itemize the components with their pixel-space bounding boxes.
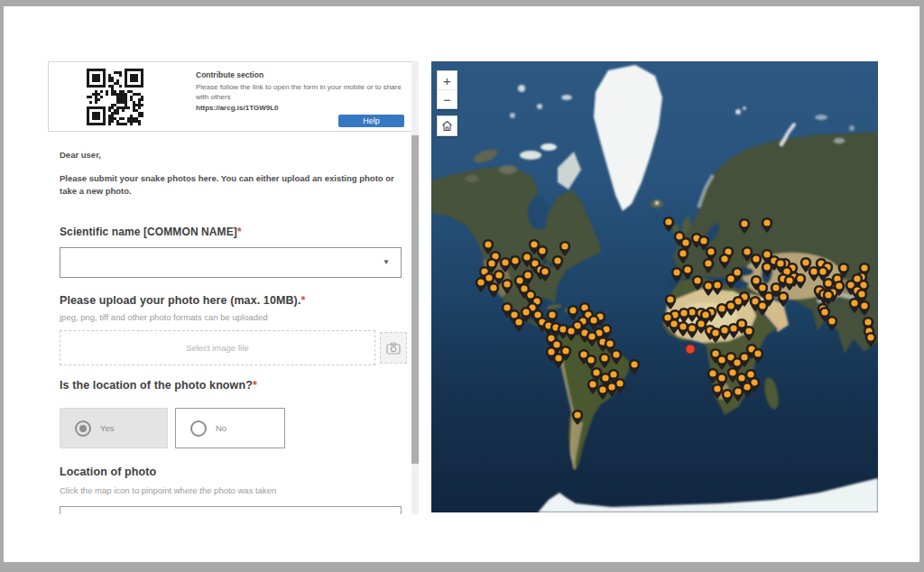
location-question-label: Location of photo [60, 466, 156, 478]
map-pin[interactable] [553, 353, 565, 368]
photo-hint: jpeg, png, tiff and other photo formats … [60, 312, 268, 322]
window-border-right [919, 0, 924, 572]
location-known-label-text: Is the location of the photo known? [60, 379, 253, 392]
map-pin[interactable] [540, 266, 551, 281]
map-pin[interactable] [610, 349, 622, 364]
map-pin[interactable] [778, 291, 790, 307]
contribute-link[interactable]: https://arcg.is/1TGW9L0 [196, 103, 411, 113]
contribute-card: Contribute section Please follow the lin… [48, 61, 411, 132]
map-pin[interactable] [733, 386, 744, 401]
map-pin[interactable] [664, 294, 676, 309]
required-asterisk: * [300, 294, 305, 307]
required-asterisk: * [237, 226, 242, 238]
map-pin[interactable] [565, 326, 577, 341]
photo-question-label: Please upload your photo here (max. 10MB… [60, 294, 305, 307]
map-pin[interactable] [502, 279, 513, 294]
map-pin[interactable] [678, 248, 689, 263]
qr-code [87, 69, 143, 125]
map-pin[interactable] [475, 277, 486, 292]
map-pin[interactable] [725, 273, 737, 289]
intro-message: Please submit your snake photos here. Yo… [60, 172, 411, 198]
map-pin[interactable] [743, 326, 754, 341]
map-pin[interactable] [571, 410, 583, 425]
map-pin[interactable] [702, 281, 714, 296]
map-pin[interactable] [794, 273, 806, 289]
window-border-bottom [0, 562, 924, 572]
map-pin[interactable] [752, 348, 763, 364]
location-input[interactable] [60, 506, 402, 514]
map-pin[interactable] [750, 254, 762, 269]
radio-no-label: No [216, 423, 226, 433]
location-hint: Click the map icon to pinpoint where the… [60, 485, 276, 495]
map-pin[interactable] [599, 353, 611, 368]
map-pin[interactable] [513, 317, 525, 332]
map-pin[interactable] [756, 300, 768, 316]
radio-selected-icon [75, 420, 91, 437]
map-pin[interactable] [722, 389, 734, 404]
home-icon [441, 120, 453, 132]
map-pin[interactable] [709, 328, 721, 343]
camera-icon [386, 342, 401, 355]
survey-form-panel: Contribute section Please follow the lin… [45, 61, 411, 514]
chevron-down-icon: ▼ [383, 258, 390, 266]
contribute-text: Contribute section Please follow the lin… [196, 70, 411, 113]
map-pin[interactable] [762, 217, 773, 233]
intro-greeting: Dear user, [60, 149, 411, 161]
species-select[interactable]: ▼ [60, 247, 402, 278]
contribute-subtitle-line1: Please follow the link to open the form … [196, 82, 411, 92]
map-pin[interactable] [670, 267, 682, 282]
map-pin[interactable] [719, 254, 731, 269]
photo-label-text: Please upload your photo here (max. 10MB… [60, 294, 300, 307]
map-pin[interactable] [552, 255, 564, 271]
zoom-out-button[interactable]: − [438, 90, 457, 108]
species-label-text: Scientific name [COMMON NAME] [60, 226, 237, 238]
map-pin[interactable] [702, 258, 714, 273]
intro-text: Dear user, Please submit your snake phot… [60, 149, 411, 198]
red-location-marker[interactable] [686, 345, 696, 355]
form-scrollbar-thumb[interactable] [411, 135, 419, 464]
window-border-top [0, 0, 924, 6]
location-known-label: Is the location of the photo known?* [60, 379, 257, 392]
zoom-control: + − [437, 70, 457, 109]
window-border-left [0, 0, 4, 572]
map-pin[interactable] [827, 316, 838, 331]
contribute-title: Contribute section [196, 70, 411, 81]
required-asterisk: * [253, 379, 257, 392]
camera-button[interactable] [380, 332, 407, 364]
map-pin[interactable] [687, 323, 698, 338]
map-pins-layer [431, 61, 878, 512]
radio-yes-label: Yes [100, 423, 115, 433]
species-question-label: Scientific name [COMMON NAME]* [60, 226, 242, 238]
home-button[interactable] [437, 115, 457, 136]
radio-option-no[interactable]: No [175, 408, 285, 448]
map-pin[interactable] [597, 384, 609, 400]
radio-unselected-icon [190, 420, 207, 437]
map-pin[interactable] [865, 332, 877, 347]
map-pin[interactable] [762, 262, 773, 277]
map-pin[interactable] [716, 303, 728, 318]
map-pin[interactable] [662, 217, 674, 232]
help-button[interactable]: Help [338, 115, 404, 127]
file-upload-field[interactable]: Select image file [60, 330, 375, 365]
map-pin[interactable] [783, 275, 795, 291]
radio-option-yes[interactable]: Yes [60, 408, 168, 448]
contribute-subtitle-line2: with others [196, 92, 411, 102]
map-panel[interactable]: + − [431, 61, 878, 512]
zoom-in-button[interactable]: + [438, 71, 457, 89]
map-pin[interactable] [559, 241, 571, 256]
map-pin[interactable] [629, 359, 641, 374]
map-pin[interactable] [738, 218, 750, 234]
map-pin[interactable] [859, 300, 871, 316]
map-pin[interactable] [487, 282, 499, 298]
